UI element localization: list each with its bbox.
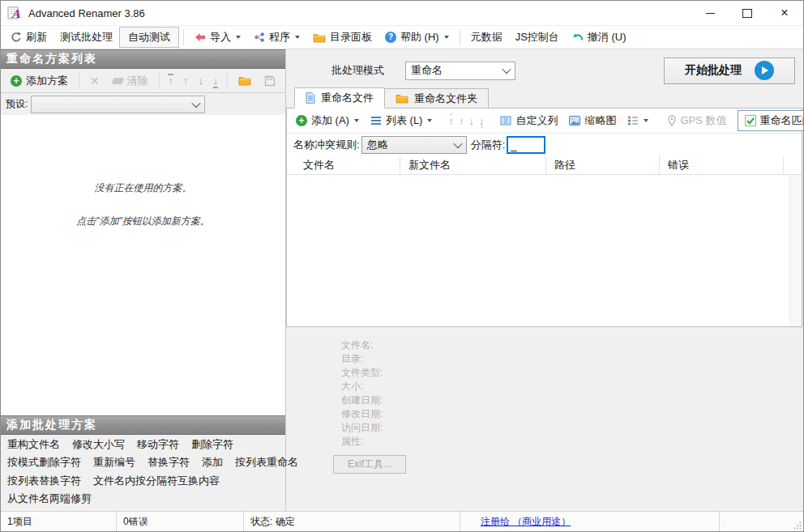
register-link[interactable]: 注册给 （商业用途） xyxy=(481,515,571,529)
undo-button[interactable]: 撤消 (U) xyxy=(566,28,633,47)
load-preset-button[interactable] xyxy=(232,71,258,91)
app-window: A Advanced Renamer 3.86 × 刷新 测试批处理 自动测试 … xyxy=(0,0,804,532)
move-up-button[interactable]: ↑ xyxy=(181,74,190,88)
tab-rename-files[interactable]: 重命名文件 xyxy=(294,87,385,109)
info-size-label: 大小: xyxy=(341,380,803,394)
test-batch-button[interactable]: 测试批处理 xyxy=(53,28,119,47)
method-link[interactable]: 修改大小写 xyxy=(72,437,125,452)
info-modified-label: 修改日期: xyxy=(341,407,803,421)
empty-message-line1: 没有正在使用的方案。 xyxy=(1,181,285,195)
method-list-empty-area[interactable]: 没有正在使用的方案。 点击"添加"按钮以添加新方案。 xyxy=(1,115,285,415)
method-link[interactable]: 删除字符 xyxy=(191,437,233,452)
gps-values-button[interactable]: GPS 数值 xyxy=(662,111,732,130)
auto-test-label: 自动测试 xyxy=(128,30,170,45)
column-header-path[interactable]: 路径 xyxy=(546,156,660,174)
js-console-label: JS控制台 xyxy=(515,30,559,45)
file-move-down-button[interactable]: ↓ xyxy=(468,113,474,128)
method-link[interactable]: 文件名内按分隔符互换内容 xyxy=(93,474,220,488)
move-bottom-button[interactable]: ↓ xyxy=(211,74,220,88)
separator-input[interactable] xyxy=(507,136,545,154)
chevron-down-icon xyxy=(502,65,511,74)
file-table-header: 文件名 新文件名 路径 错误 xyxy=(287,156,802,175)
list-button[interactable]: 列表 (L) xyxy=(365,111,438,130)
method-link[interactable]: 移动字符 xyxy=(137,437,179,452)
view-options-button[interactable] xyxy=(622,111,654,130)
method-link[interactable]: 按模式删除字符 xyxy=(7,455,81,470)
exif-tool-button[interactable]: Exif工具... xyxy=(333,455,406,474)
column-header-spacer xyxy=(784,156,802,174)
file-move-top-button[interactable]: ↑ xyxy=(448,113,454,128)
refresh-icon xyxy=(11,32,22,43)
file-info-panel: 文件名: 目录: 文件类型: 大小: 创建日期: 修改日期: 访问日期: 属性:… xyxy=(286,327,803,511)
close-icon: × xyxy=(780,6,788,19)
batch-mode-select[interactable]: 重命名 xyxy=(405,62,515,80)
info-created-label: 创建日期: xyxy=(341,394,803,407)
import-button[interactable]: 导入 xyxy=(188,28,247,47)
list-icon xyxy=(370,116,382,126)
move-top-button[interactable]: ↑ xyxy=(165,74,175,88)
save-preset-button[interactable] xyxy=(258,71,282,91)
file-table-body[interactable] xyxy=(287,175,802,326)
column-header-new-filename[interactable]: 新文件名 xyxy=(400,156,546,174)
folder-icon xyxy=(313,32,326,43)
conflict-rule-row: 名称冲突规则: 忽略 分隔符: xyxy=(287,134,802,156)
method-link[interactable]: 从文件名两端修剪 xyxy=(7,492,92,506)
eraser-icon xyxy=(111,78,124,84)
titlebar: A Advanced Renamer 3.86 × xyxy=(1,1,803,26)
preset-row: 预设: xyxy=(1,93,285,115)
status-state: 状态: 确定 xyxy=(244,512,460,531)
help-button[interactable]: ? 帮助 (H) xyxy=(378,28,455,47)
vertical-scrollbar[interactable] xyxy=(789,175,802,326)
delete-method-button[interactable]: ✕ xyxy=(83,71,106,91)
thumbnails-button[interactable]: 缩略图 xyxy=(563,111,622,130)
folder-icon xyxy=(396,93,408,104)
directory-panel-button[interactable]: 目录面板 xyxy=(306,28,378,47)
refresh-button[interactable]: 刷新 xyxy=(4,28,53,47)
open-folder-icon xyxy=(238,75,251,86)
minimize-button[interactable] xyxy=(691,1,729,25)
file-move-up-button[interactable]: ↑ xyxy=(459,113,464,128)
add-files-button[interactable]: + 添加 (A) xyxy=(290,111,365,130)
column-header-filename[interactable]: 文件名 xyxy=(287,156,400,174)
rename-match-toggle[interactable]: 重命名匹配 xyxy=(738,110,804,131)
help-icon: ? xyxy=(385,32,396,43)
file-move-bottom-button[interactable]: ↓ xyxy=(479,113,485,128)
list-label: 列表 (L) xyxy=(386,113,423,128)
batch-mode-value: 重命名 xyxy=(411,63,443,78)
start-batch-button[interactable]: 开始批处理 xyxy=(664,57,795,84)
method-link[interactable]: 按列表替换字符 xyxy=(7,474,81,488)
custom-columns-button[interactable]: 自定义列 xyxy=(494,111,563,130)
toolbar-separator xyxy=(79,72,79,89)
preset-select[interactable] xyxy=(31,96,205,113)
body: 重命名方案列表 + 添加方案 ✕ 清除 ↑ ↑ ↓ ↓ xyxy=(1,49,803,511)
batch-mode-row: 批处理模式 重命名 开始批处理 xyxy=(286,49,803,87)
add-method-button[interactable]: + 添加方案 xyxy=(4,71,75,91)
method-link[interactable]: 重构文件名 xyxy=(7,437,60,452)
info-filename-label: 文件名: xyxy=(341,338,803,352)
conflict-rule-value: 忽略 xyxy=(367,138,388,152)
programs-label: 程序 xyxy=(269,30,290,45)
main-panel: 批处理模式 重命名 开始批处理 重命名文件 xyxy=(286,49,803,511)
auto-test-toggle[interactable]: 自动测试 xyxy=(119,27,179,48)
maximize-button[interactable] xyxy=(729,1,766,25)
method-link[interactable]: 添加 xyxy=(202,455,223,470)
resize-grip[interactable] xyxy=(790,512,803,531)
info-accessed-label: 访问日期: xyxy=(341,421,803,435)
column-header-error[interactable]: 错误 xyxy=(660,156,784,174)
js-console-button[interactable]: JS控制台 xyxy=(509,28,566,47)
info-directory-label: 目录: xyxy=(341,352,803,366)
checkbox-checked-icon xyxy=(745,115,756,126)
metadata-button[interactable]: 元数据 xyxy=(464,28,509,47)
tab-rename-folders[interactable]: 重命名文件夹 xyxy=(385,88,489,109)
close-button[interactable]: × xyxy=(766,1,803,25)
tab-bar: 重命名文件 重命名文件夹 xyxy=(286,87,803,108)
move-down-button[interactable]: ↓ xyxy=(195,74,205,88)
toolbar-separator xyxy=(159,72,160,89)
conflict-rule-select[interactable]: 忽略 xyxy=(361,136,467,154)
method-link[interactable]: 重新编号 xyxy=(93,455,135,470)
method-link[interactable]: 替换字符 xyxy=(148,455,190,470)
programs-button[interactable]: 程序 xyxy=(247,28,306,47)
import-arrow-icon xyxy=(195,32,206,42)
clear-methods-button[interactable]: 清除 xyxy=(106,71,155,91)
empty-message-line2: 点击"添加"按钮以添加新方案。 xyxy=(1,215,285,228)
